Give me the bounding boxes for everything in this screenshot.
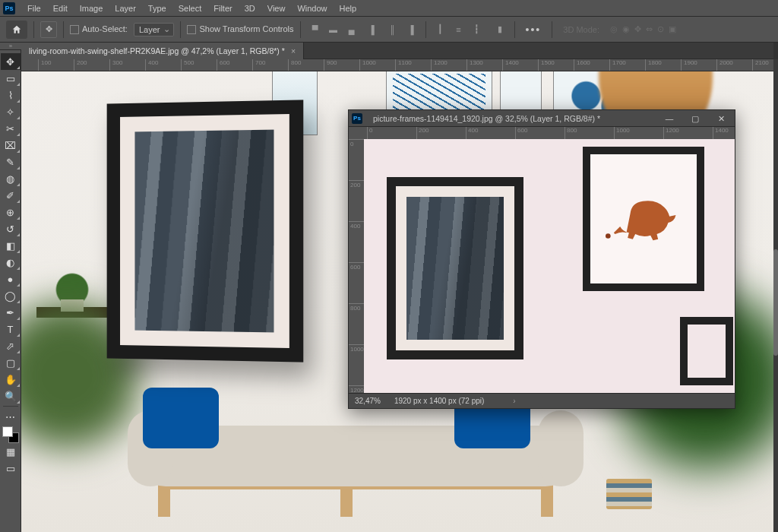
menu-file[interactable]: File [21, 2, 47, 15]
roll-3d-icon[interactable]: ◉ [622, 24, 630, 34]
camera-3d-icon[interactable]: ▣ [669, 24, 676, 34]
move-tool-indicator[interactable]: ✥ [40, 21, 57, 38]
color-swatches[interactable] [2, 426, 19, 443]
align-vcenter-icon[interactable]: ▬ [325, 21, 342, 38]
spot-heal-tool[interactable]: ◍ [1, 170, 21, 187]
distribute-spacing-icon[interactable]: ┇ [469, 21, 485, 38]
close-button[interactable]: ✕ [710, 112, 732, 125]
lasso-tool[interactable]: ⌇ [1, 87, 21, 103]
menu-type[interactable]: Type [142, 2, 172, 15]
zoom-3d-icon[interactable]: ⊙ [657, 24, 664, 34]
tool-separator [3, 406, 18, 407]
menu-view[interactable]: View [261, 2, 292, 15]
menu-layer[interactable]: Layer [109, 2, 142, 15]
menu-select[interactable]: Select [172, 2, 208, 15]
path-select-tool[interactable]: ⬀ [1, 337, 21, 354]
blur-tool[interactable]: ● [1, 271, 21, 287]
magic-wand-tool[interactable]: ✧ [1, 103, 21, 120]
align-left-icon[interactable]: ▌ [366, 21, 383, 38]
gradient-tool[interactable]: ◐ [1, 254, 21, 271]
status-more-icon[interactable]: › [513, 397, 515, 405]
menu-edit[interactable]: Edit [47, 2, 74, 15]
brush-tool[interactable]: ✐ [1, 187, 21, 204]
horizontal-ruler[interactable]: 1002003004005006007008009001000110012001… [21, 59, 773, 71]
ruler-tick: 600 [349, 262, 364, 271]
minimize-button[interactable]: — [659, 112, 680, 125]
ruler-tick: 400 [145, 59, 158, 71]
divider [180, 21, 181, 38]
clone-stamp-tool[interactable]: ⊕ [1, 204, 21, 220]
pen-tool[interactable]: ✒ [1, 304, 21, 321]
horizontal-ruler[interactable]: 0200400600800100012001400 [364, 127, 735, 139]
marquee-tool[interactable]: ▭ [1, 70, 21, 87]
book-stack [606, 479, 652, 509]
document-tab[interactable]: living-room-with-swing-shelf-PR2K9AE.jpg… [21, 43, 304, 59]
ruler-tick: 100 [38, 59, 51, 71]
eyedropper-tool[interactable]: ✎ [1, 154, 21, 170]
ruler-tick: 400 [349, 221, 364, 230]
dodge-tool[interactable]: ◯ [1, 287, 21, 304]
ruler-tick: 1700 [609, 59, 626, 71]
picture-frame [387, 177, 523, 359]
align-group-1: ▀ ▬ ▄ [307, 21, 360, 38]
slide-3d-icon[interactable]: ⇔ [646, 24, 653, 34]
align-bottom-icon[interactable]: ▄ [343, 21, 360, 38]
home-button[interactable] [6, 21, 27, 39]
auto-select-target-dropdown[interactable]: Layer [134, 23, 175, 36]
scrollbar-thumb[interactable] [773, 249, 778, 356]
orbit-3d-icon[interactable]: ◎ [610, 24, 618, 34]
zoom-level[interactable]: 32,47% [355, 397, 381, 405]
ruler-tick: 1900 [681, 59, 697, 71]
ruler-tick: 1400 [713, 127, 729, 139]
ruler-tick: 0 [367, 127, 372, 139]
floating-canvas[interactable] [364, 139, 735, 393]
align-top-icon[interactable]: ▀ [307, 21, 324, 38]
panel-collapse-strip[interactable]: » [0, 43, 21, 50]
divider [300, 21, 301, 38]
menu-image[interactable]: Image [74, 2, 109, 15]
menu-filter[interactable]: Filter [207, 2, 238, 15]
ruler-tick: 1600 [574, 59, 590, 71]
ruler-tick: 200 [349, 180, 364, 189]
screen-mode-button[interactable]: ▭ [1, 460, 21, 477]
move-tool[interactable]: ✥ [1, 53, 21, 70]
menu-3d[interactable]: 3D [239, 2, 261, 15]
eraser-tool[interactable]: ◧ [1, 237, 21, 254]
distribute-v-icon[interactable]: ≡ [451, 21, 467, 38]
pan-3d-icon[interactable]: ✥ [634, 24, 641, 34]
placed-layer-frame[interactable] [107, 100, 304, 362]
floating-window-body: 020040060080010001200 020040060080010001… [349, 127, 735, 393]
floating-window-titlebar[interactable]: Ps picture-frames-1149414_1920.jpg @ 32,… [349, 110, 735, 127]
show-transform-checkbox[interactable]: Show Transform Controls [187, 24, 293, 34]
divider [425, 21, 426, 38]
edit-toolbar-button[interactable]: ⋯ [1, 408, 21, 425]
align-to-icon[interactable]: ▮ [492, 21, 508, 38]
menu-help[interactable]: Help [334, 2, 363, 15]
menu-window[interactable]: Window [291, 2, 333, 15]
doc-dimensions: 1920 px x 1400 px (72 ppi) [394, 397, 484, 405]
ruler-tick: 1800 [645, 59, 662, 71]
auto-select-checkbox[interactable]: Auto-Select: [70, 24, 128, 34]
ruler-tick: 0 [349, 139, 364, 148]
hand-tool[interactable]: ✋ [1, 371, 21, 388]
quick-mask-button[interactable]: ▦ [1, 443, 21, 460]
ruler-tick: 200 [416, 127, 429, 139]
history-brush-tool[interactable]: ↺ [1, 220, 21, 237]
distribute-h-icon[interactable]: ┃ [432, 21, 449, 38]
floating-document-window[interactable]: Ps picture-frames-1149414_1920.jpg @ 32,… [348, 109, 735, 409]
frame-tool[interactable]: ⌧ [1, 137, 21, 154]
rectangle-tool[interactable]: ▢ [1, 354, 21, 371]
vertical-scrollbar[interactable] [773, 59, 778, 532]
zoom-tool[interactable]: 🔍 [1, 388, 21, 404]
crop-tool[interactable]: ✂ [1, 120, 21, 137]
close-tab-icon[interactable]: × [291, 46, 296, 55]
maximize-button[interactable]: ▢ [685, 112, 706, 125]
more-options-button[interactable]: ••• [521, 24, 546, 36]
align-right-icon[interactable]: ▐ [403, 21, 419, 38]
align-hcenter-icon[interactable]: ║ [384, 21, 401, 38]
vertical-ruler[interactable]: 020040060080010001200 [349, 127, 364, 393]
canvas-area[interactable]: Ps picture-frames-1149414_1920.jpg @ 32,… [21, 71, 773, 532]
ruler-tick: 1000 [359, 59, 376, 71]
ruler-tick: 400 [466, 127, 478, 139]
type-tool[interactable]: T [1, 321, 21, 337]
